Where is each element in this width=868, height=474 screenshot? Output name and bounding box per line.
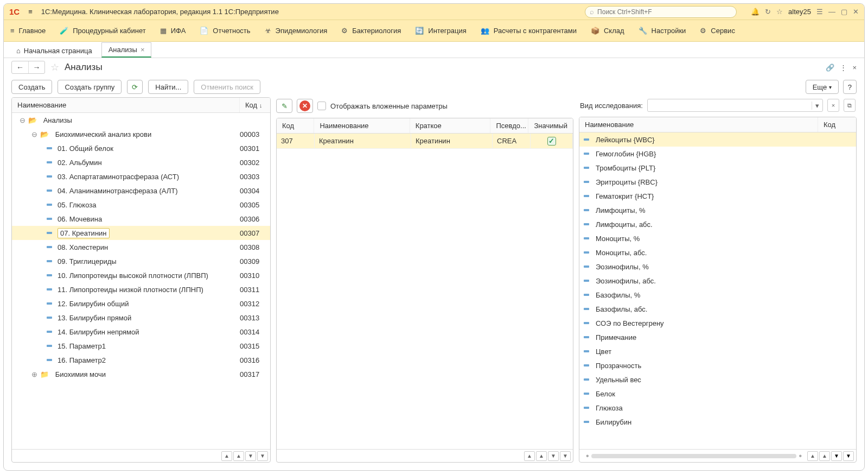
right-list-item[interactable]: СОЭ по Вестергрену xyxy=(579,316,856,330)
tree-first-button[interactable]: ▲ xyxy=(221,451,232,461)
find-button[interactable]: Найти... xyxy=(148,80,188,94)
favorite-star-icon[interactable]: ☆ xyxy=(50,61,59,73)
tree-row[interactable]: 07. Креатинин00307 xyxy=(12,226,270,240)
right-list-item[interactable]: Моноциты, абс. xyxy=(579,245,856,260)
menu-эпидемиология[interactable]: ☣Эпидемиология xyxy=(265,27,328,35)
tree-down-button[interactable]: ▼ xyxy=(245,451,256,461)
clear-filter-button[interactable]: × xyxy=(827,99,839,112)
col-name-header[interactable]: Наименование xyxy=(12,98,240,112)
more-button[interactable]: Еще ▾ xyxy=(806,80,839,94)
maximize-icon[interactable]: ▢ xyxy=(841,8,847,16)
tree-row[interactable]: 04. Аланинаминотрансфераза (АЛТ)00304 xyxy=(12,184,270,198)
right-list-item[interactable]: Моноциты, % xyxy=(579,231,856,245)
page-close-icon[interactable]: × xyxy=(852,64,857,72)
mid-col-sig[interactable]: Значимый xyxy=(528,118,573,133)
right-list-item[interactable]: Цвет xyxy=(579,344,856,358)
user-label[interactable]: altey25 xyxy=(788,8,811,16)
right-col-code[interactable]: Код xyxy=(818,117,856,132)
tab-analyses[interactable]: Анализы × xyxy=(101,42,152,58)
col-code-header[interactable]: Код↓ xyxy=(240,98,270,112)
tree-row[interactable]: 08. Холестерин00308 xyxy=(12,240,270,254)
menu-сервис[interactable]: ⚙Сервис xyxy=(700,27,735,35)
expand-icon[interactable]: ⊕ xyxy=(30,370,38,378)
scrollbar[interactable] xyxy=(591,454,797,458)
delete-button[interactable]: ✕ xyxy=(297,99,313,113)
menu-настройки[interactable]: 🔧Настройки xyxy=(639,27,686,35)
tree-row[interactable]: 09. Триглицериды00309 xyxy=(12,254,270,268)
right-up-button[interactable]: ▲ xyxy=(819,451,830,461)
param-row[interactable]: 307 Креатинин Креатинин CREA ✓ xyxy=(277,134,573,149)
tree-row[interactable]: ⊖📂 Анализы xyxy=(12,113,270,127)
history-icon[interactable]: ↻ xyxy=(765,8,771,16)
right-list-item[interactable]: Гемоглобин {HGB} xyxy=(579,147,856,161)
tree-row[interactable]: 15. Параметр100315 xyxy=(12,339,270,353)
refresh-button[interactable]: ⟳ xyxy=(127,80,143,94)
nested-checkbox[interactable] xyxy=(317,102,326,110)
menu-процедурный кабинет[interactable]: 🧪Процедурный кабинет xyxy=(60,27,145,35)
tree-up-button[interactable]: ▲ xyxy=(233,451,244,461)
right-down-button[interactable]: ▼ xyxy=(831,451,842,461)
mid-col-name[interactable]: Наименование xyxy=(314,118,410,133)
search-input[interactable] xyxy=(597,8,732,16)
tree-row[interactable]: 14. Билирубин непрямой00314 xyxy=(12,325,270,339)
tree-row[interactable]: 02. Альбумин00302 xyxy=(12,155,270,169)
link-icon[interactable]: 🔗 xyxy=(826,64,834,72)
minimize-icon[interactable]: — xyxy=(828,8,835,16)
right-list-item[interactable]: Базофилы, абс. xyxy=(579,302,856,316)
menu-отчетность[interactable]: 📄Отчетность xyxy=(200,27,250,35)
tree-row[interactable]: 13. Билирубин прямой00313 xyxy=(12,311,270,325)
create-group-button[interactable]: Создать группу xyxy=(58,80,122,94)
right-list-item[interactable]: Гематокрит {HCT} xyxy=(579,189,856,203)
menu-расчеты с контрагентами[interactable]: 👥Расчеты с контрагентами xyxy=(481,27,577,35)
nav-forward-button[interactable]: → xyxy=(28,61,44,73)
mid-first-button[interactable]: ▲ xyxy=(524,451,535,461)
tree-row[interactable]: 11. Липопротеиды низкой плотности (ЛПНП)… xyxy=(12,282,270,296)
right-list-item[interactable]: Эозинофилы, % xyxy=(579,260,856,274)
right-list-item[interactable]: Базофилы, % xyxy=(579,288,856,302)
tree-row[interactable]: ⊖📂 Биохимический анализ крови00003 xyxy=(12,127,270,141)
tree-row[interactable]: 16. Параметр200316 xyxy=(12,353,270,367)
edit-button[interactable]: ✎ xyxy=(276,99,292,113)
tab-home[interactable]: ⌂ Начальная страница xyxy=(9,43,99,58)
kebab-icon[interactable]: ⋮ xyxy=(840,64,847,72)
menu-ифа[interactable]: ▦ИФА xyxy=(160,27,186,35)
right-col-name[interactable]: Наименование xyxy=(579,117,818,132)
right-list-item[interactable]: Эритроциты {RBC} xyxy=(579,175,856,189)
right-list-item[interactable]: Лимфоциты, % xyxy=(579,203,856,217)
help-button[interactable]: ? xyxy=(843,80,857,94)
mid-down-button[interactable]: ▼ xyxy=(548,451,559,461)
right-list-item[interactable]: Эозинофилы, абс. xyxy=(579,274,856,288)
mid-last-button[interactable]: ▼ xyxy=(560,451,571,461)
scroll-right-icon[interactable]: • xyxy=(799,451,802,461)
mid-up-button[interactable]: ▲ xyxy=(536,451,547,461)
mid-col-pseudo[interactable]: Псевдо... xyxy=(490,118,528,133)
right-last-button[interactable]: ▼ xyxy=(843,451,854,461)
tree-row[interactable]: 03. Аспартатаминотрасфераза (АСТ)00303 xyxy=(12,169,270,184)
menu-склад[interactable]: 📦Склад xyxy=(591,27,624,35)
tree-row[interactable]: 05. Глюкоза00305 xyxy=(12,198,270,212)
filter-icon[interactable]: ☰ xyxy=(816,8,823,16)
tree-row[interactable]: 10. Липопротеиды высокой плотности (ЛПВП… xyxy=(12,268,270,282)
tree-row[interactable]: ⊕📁 Биохимия мочи00317 xyxy=(12,367,270,381)
bell-icon[interactable]: 🔔 xyxy=(751,8,760,16)
right-list-item[interactable]: Лейкоциты {WBC} xyxy=(579,132,856,147)
nav-back-button[interactable]: ← xyxy=(12,61,28,73)
create-button[interactable]: Создать xyxy=(11,80,52,94)
hamburger-icon[interactable]: ≡ xyxy=(26,7,35,17)
right-first-button[interactable]: ▲ xyxy=(807,451,818,461)
mid-col-short[interactable]: Краткое xyxy=(410,118,491,133)
dropdown-icon[interactable]: ▾ xyxy=(812,102,822,110)
global-search[interactable]: ⌕ xyxy=(585,6,737,18)
right-list-item[interactable]: Билирубин xyxy=(579,415,856,429)
close-icon[interactable]: ✕ xyxy=(853,8,859,16)
tree-row[interactable]: 06. Мочевина00306 xyxy=(12,212,270,226)
expand-filter-button[interactable]: ⧉ xyxy=(844,99,856,112)
research-type-input[interactable]: ▾ xyxy=(647,99,823,112)
expand-icon[interactable]: ⊖ xyxy=(18,116,26,124)
menu-главное[interactable]: ≡Главное xyxy=(10,27,46,35)
tree-row[interactable]: 01. Общий белок00301 xyxy=(12,141,270,155)
menu-интеграция[interactable]: 🔄Интеграция xyxy=(415,27,467,35)
right-list-item[interactable]: Примечание xyxy=(579,330,856,344)
right-list-item[interactable]: Глюкоза xyxy=(579,401,856,415)
right-list-item[interactable]: Удельный вес xyxy=(579,372,856,387)
